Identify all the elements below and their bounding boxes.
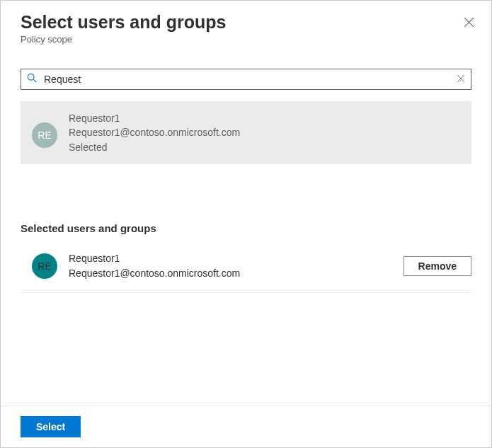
close-icon: [464, 17, 474, 28]
result-status: Selected: [69, 140, 240, 154]
svg-point-0: [28, 74, 34, 80]
result-text: Requestor1 Requestor1@contoso.onmicrosof…: [69, 111, 240, 154]
close-button[interactable]: [462, 15, 476, 29]
panel-subtitle: Policy scope: [21, 34, 471, 45]
avatar: RE: [32, 122, 57, 148]
panel-title: Select users and groups: [21, 12, 471, 33]
search-input[interactable]: [44, 74, 450, 85]
avatar: RE: [32, 253, 57, 279]
selected-heading: Selected users and groups: [21, 222, 471, 234]
search-results: RE Requestor1 Requestor1@contoso.onmicro…: [21, 101, 471, 164]
select-button[interactable]: Select: [21, 416, 81, 437]
panel-content: RE Requestor1 Requestor1@contoso.onmicro…: [1, 52, 491, 406]
panel-footer: Select: [1, 406, 491, 447]
result-name: Requestor1: [69, 111, 240, 125]
panel-header: Select users and groups Policy scope: [1, 1, 491, 52]
search-field[interactable]: [21, 69, 471, 90]
selected-item: RE Requestor1 Requestor1@contoso.onmicro…: [21, 251, 471, 293]
result-email: Requestor1@contoso.onmicrosoft.com: [69, 125, 240, 139]
search-icon: [27, 73, 37, 86]
selected-name: Requestor1: [69, 251, 392, 266]
search-result-item[interactable]: RE Requestor1 Requestor1@contoso.onmicro…: [21, 101, 471, 164]
selected-email: Requestor1@contoso.onmicrosoft.com: [69, 266, 392, 281]
clear-icon: [457, 74, 465, 83]
clear-search-button[interactable]: [457, 73, 465, 86]
svg-line-1: [33, 79, 36, 82]
selected-text: Requestor1 Requestor1@contoso.onmicrosof…: [69, 251, 392, 281]
select-users-panel: Select users and groups Policy scope RE …: [0, 0, 492, 448]
remove-button[interactable]: Remove: [404, 256, 471, 276]
